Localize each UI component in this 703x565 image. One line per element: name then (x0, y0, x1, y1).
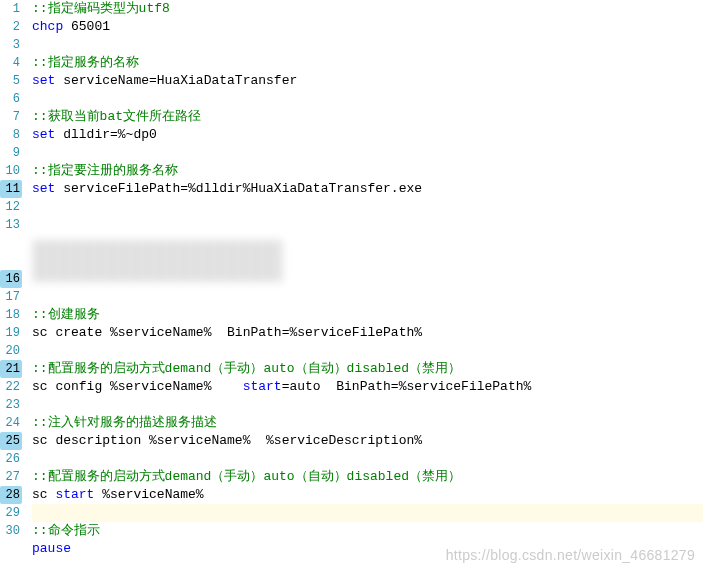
line-number: 27 (0, 468, 20, 486)
code-line (32, 144, 703, 162)
line-number: 19 (0, 324, 20, 342)
line-number: 21 (0, 360, 22, 378)
code-line: chcp 65001 (32, 18, 703, 36)
code-line (32, 288, 703, 306)
code-line: ::配置服务的启动方式demand（手动）auto（自动）disabled（禁用… (32, 360, 703, 378)
code-text: %serviceName% (94, 487, 203, 502)
code-line (32, 198, 703, 216)
keyword: pause (32, 541, 71, 556)
line-number: 6 (0, 90, 20, 108)
comment: ::配置服务的启动方式demand（手动）auto（自动）disabled（禁用… (32, 469, 461, 484)
code-line: set serviceName=HuaXiaDataTransfer (32, 72, 703, 90)
comment: ::指定编码类型为utf8 (32, 1, 170, 16)
code-text: dlldir=%~dp0 (55, 127, 156, 142)
code-line: sc config %serviceName% start=auto BinPa… (32, 378, 703, 396)
line-number: 28 (0, 486, 22, 504)
line-number: 16 (0, 270, 22, 288)
code-line (32, 342, 703, 360)
keyword: start (55, 487, 94, 502)
line-number: 30 (0, 522, 20, 540)
code-editor: 1 2 3 4 5 6 7 8 9 10 11 12 13 16 17 18 1… (0, 0, 703, 565)
comment: ::注入针对服务的描述服务描述 (32, 415, 217, 430)
code-line-current (32, 504, 703, 522)
comment: ::指定服务的名称 (32, 55, 139, 70)
line-number: 26 (0, 450, 20, 468)
code-line: ::命令指示 (32, 522, 703, 540)
keyword: set (32, 73, 55, 88)
line-number: 24 (0, 414, 20, 432)
comment: ::获取当前bat文件所在路径 (32, 109, 201, 124)
code-line: set serviceFilePath=%dlldir%HuaXiaDataTr… (32, 180, 703, 198)
code-line: ::注入针对服务的描述服务描述 (32, 414, 703, 432)
code-line: ::配置服务的启动方式demand（手动）auto（自动）disabled（禁用… (32, 468, 703, 486)
line-number: 10 (0, 162, 20, 180)
code-line (32, 90, 703, 108)
line-number (0, 252, 20, 270)
code-area[interactable]: ::指定编码类型为utf8 chcp 65001 ::指定服务的名称 set s… (24, 0, 703, 565)
line-number: 1 (0, 0, 20, 18)
code-line: ::获取当前bat文件所在路径 (32, 108, 703, 126)
line-number: 7 (0, 108, 20, 126)
code-line (32, 450, 703, 468)
line-number: 5 (0, 72, 20, 90)
line-number: 8 (0, 126, 20, 144)
code-text: 65001 (63, 19, 110, 34)
code-text: serviceFilePath=%dlldir%HuaXiaDataTransf… (55, 181, 422, 196)
line-number: 20 (0, 342, 20, 360)
line-number: 4 (0, 54, 20, 72)
line-number: 11 (0, 180, 22, 198)
line-number: 23 (0, 396, 20, 414)
line-number: 12 (0, 198, 20, 216)
watermark-text: https://blog.csdn.net/weixin_46681279 (446, 547, 695, 563)
code-text: sc description %serviceName% %serviceDes… (32, 433, 422, 448)
keyword: start (243, 379, 282, 394)
keyword: set (32, 127, 55, 142)
line-number (0, 234, 20, 252)
line-number: 18 (0, 306, 20, 324)
code-line: ::指定编码类型为utf8 (32, 0, 703, 18)
line-number: 3 (0, 36, 20, 54)
code-line: sc create %serviceName% BinPath=%service… (32, 324, 703, 342)
code-line (32, 36, 703, 54)
comment: ::指定要注册的服务名称 (32, 163, 178, 178)
line-number: 2 (0, 18, 20, 36)
line-number: 17 (0, 288, 20, 306)
line-gutter: 1 2 3 4 5 6 7 8 9 10 11 12 13 16 17 18 1… (0, 0, 24, 565)
code-line: sc start %serviceName% (32, 486, 703, 504)
keyword: set (32, 181, 55, 196)
code-text: sc create %serviceName% BinPath=%service… (32, 325, 422, 340)
code-line (32, 216, 703, 234)
line-number: 13 (0, 216, 20, 234)
code-line: sc description %serviceName% %serviceDes… (32, 432, 703, 450)
redacted-block (32, 234, 703, 288)
keyword: chcp (32, 19, 63, 34)
code-line: ::指定服务的名称 (32, 54, 703, 72)
comment: ::命令指示 (32, 523, 100, 538)
comment: ::配置服务的启动方式demand（手动）auto（自动）disabled（禁用… (32, 361, 461, 376)
code-text: sc config %serviceName% (32, 379, 243, 394)
line-number: 25 (0, 432, 22, 450)
line-number: 9 (0, 144, 20, 162)
code-text: serviceName=HuaXiaDataTransfer (55, 73, 297, 88)
comment: ::创建服务 (32, 307, 100, 322)
code-line: set dlldir=%~dp0 (32, 126, 703, 144)
code-line (32, 396, 703, 414)
code-text: sc (32, 487, 55, 502)
code-line: ::创建服务 (32, 306, 703, 324)
line-number: 29 (0, 504, 20, 522)
code-text: =auto BinPath=%serviceFilePath% (282, 379, 532, 394)
line-number: 22 (0, 378, 20, 396)
blur-overlay (32, 240, 282, 282)
code-line: ::指定要注册的服务名称 (32, 162, 703, 180)
